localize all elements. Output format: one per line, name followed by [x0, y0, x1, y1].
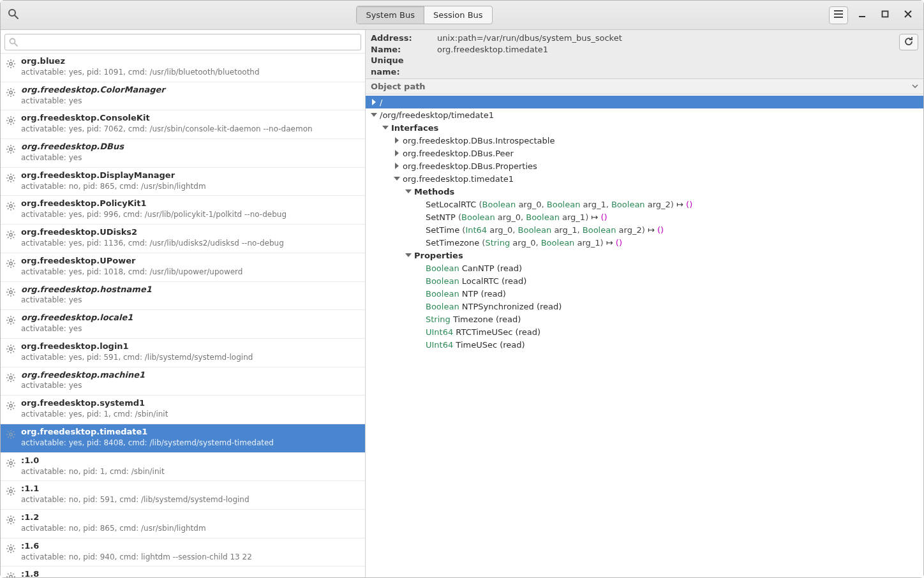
gear-icon — [6, 458, 16, 477]
minimize-button[interactable] — [853, 6, 871, 24]
refresh-button[interactable] — [899, 34, 918, 50]
svg-line-22 — [13, 89, 14, 91]
system-bus-tab[interactable]: System Bus — [357, 6, 424, 24]
bus-name-item[interactable]: org.freedesktop.ConsoleKitactivatable: y… — [1, 110, 365, 139]
svg-line-85 — [13, 289, 14, 290]
svg-line-139 — [13, 460, 14, 461]
bus-name-label: org.bluez — [21, 56, 360, 67]
tree-label: /org/freedesktop/timedate1 — [380, 110, 494, 120]
hamburger-menu-button[interactable] — [829, 6, 848, 24]
bus-name-sub: activatable: yes — [21, 323, 360, 334]
chevron-right-icon[interactable] — [394, 149, 401, 157]
svg-point-69 — [10, 262, 12, 265]
bus-name-item[interactable]: org.freedesktop.locale1activatable: yes — [1, 310, 365, 339]
close-button[interactable] — [899, 6, 917, 24]
tree-row[interactable]: Boolean CanNTP (read) — [366, 262, 923, 274]
tree-row[interactable]: org.freedesktop.DBus.Introspectable — [366, 134, 923, 147]
gear-icon — [6, 515, 16, 534]
bus-name-item[interactable]: org.bluezactivatable: yes, pid: 1091, cm… — [1, 54, 365, 82]
bus-name-label: org.freedesktop.hostname1 — [21, 285, 360, 295]
tree-row[interactable]: Boolean NTPSynchronized (read) — [366, 300, 923, 313]
bus-name-item[interactable]: org.freedesktop.systemd1activatable: yes… — [1, 396, 365, 424]
tree-row[interactable]: org.freedesktop.DBus.Properties — [366, 159, 923, 172]
tree-row[interactable]: UInt64 RTCTimeUSec (read) — [366, 325, 923, 338]
bus-name-item[interactable]: org.freedesktop.ColorManageractivatable:… — [1, 82, 365, 111]
maximize-button[interactable] — [876, 6, 894, 24]
maximize-icon — [881, 10, 889, 20]
tree-row[interactable]: Boolean NTP (read) — [366, 287, 923, 300]
svg-point-150 — [10, 519, 12, 521]
svg-point-6 — [10, 63, 12, 65]
gear-icon — [6, 315, 16, 334]
svg-line-49 — [13, 175, 14, 176]
tree-row[interactable]: Methods — [366, 185, 923, 198]
tree-row[interactable]: Boolean LocalRTC (read) — [366, 274, 923, 287]
gear-icon — [6, 287, 16, 306]
chevron-down-icon[interactable] — [405, 251, 413, 259]
bus-name-sub: activatable: yes, pid: 7062, cmd: /usr/s… — [21, 124, 360, 135]
tree-label: org.freedesktop.timedate1 — [403, 174, 514, 184]
bus-name-item[interactable]: org.freedesktop.hostname1activatable: ye… — [1, 282, 365, 311]
object-tree[interactable]: //org/freedesktop/timedate1Interfacesorg… — [366, 94, 923, 577]
chevron-right-icon[interactable] — [394, 137, 401, 144]
bus-name-item[interactable]: :1.6activatable: no, pid: 940, cmd: ligh… — [1, 538, 365, 567]
object-path-column-header[interactable]: Object path — [366, 79, 923, 94]
tree-row[interactable]: SetLocalRTC (Boolean arg_0, Boolean arg_… — [366, 198, 923, 211]
bus-name-item[interactable]: org.freedesktop.DisplayManageractivatabl… — [1, 168, 365, 196]
bus-name-label: org.freedesktop.timedate1 — [21, 427, 360, 438]
tree-row[interactable]: Interfaces — [366, 121, 923, 134]
svg-line-14 — [8, 66, 9, 67]
tree-row[interactable]: /org/freedesktop/timedate1 — [366, 108, 923, 121]
address-label: Address: — [371, 33, 432, 44]
svg-line-31 — [13, 117, 14, 119]
bus-name-item[interactable]: org.freedesktop.DBusactivatable: yes — [1, 139, 365, 168]
search-input[interactable] — [4, 34, 361, 50]
svg-point-24 — [10, 119, 12, 122]
svg-point-105 — [10, 376, 12, 378]
bus-name-item[interactable]: :1.2activatable: no, pid: 865, cmd: /usr… — [1, 510, 365, 538]
svg-line-164 — [8, 545, 9, 547]
chevron-down-icon[interactable] — [394, 175, 401, 182]
bus-name-item[interactable]: org.freedesktop.UDisks2activatable: yes,… — [1, 225, 365, 253]
bus-name-list[interactable]: org.bluezactivatable: yes, pid: 1091, cm… — [1, 54, 365, 577]
svg-line-58 — [13, 203, 14, 204]
bus-name-label: org.freedesktop.UPower — [21, 256, 360, 267]
bus-name-item[interactable]: org.freedesktop.timedate1activatable: ye… — [1, 424, 365, 453]
tree-row[interactable]: SetTimezone (String arg_0, Boolean arg_1… — [366, 236, 923, 249]
bus-name-item[interactable]: org.freedesktop.PolicyKit1activatable: y… — [1, 196, 365, 225]
tree-row[interactable]: UInt64 TimeUSec (read) — [366, 338, 923, 351]
chevron-down-icon[interactable] — [382, 124, 390, 131]
tree-row[interactable]: org.freedesktop.timedate1 — [366, 172, 923, 185]
bus-name-item[interactable]: org.freedesktop.UPoweractivatable: yes, … — [1, 253, 365, 282]
chevron-right-icon[interactable] — [394, 162, 401, 170]
tree-row[interactable]: org.freedesktop.DBus.Peer — [366, 147, 923, 159]
svg-line-40 — [13, 146, 14, 147]
bus-name-item[interactable]: :1.0activatable: no, pid: 1, cmd: /sbin/… — [1, 453, 365, 482]
svg-line-59 — [8, 209, 9, 210]
gear-icon — [6, 173, 16, 192]
svg-line-158 — [8, 522, 9, 523]
bus-name-item[interactable]: :1.8activatable: no, pid: 940, cmd: ligh… — [1, 567, 365, 577]
chevron-down-icon[interactable] — [371, 111, 378, 119]
svg-line-47 — [8, 175, 9, 176]
tree-row[interactable]: SetNTP (Boolean arg_0, Boolean arg_1) ↦ … — [366, 211, 923, 223]
tree-label: Properties — [414, 251, 463, 260]
svg-point-4 — [10, 39, 15, 44]
svg-line-75 — [13, 265, 14, 267]
tree-row[interactable]: String Timezone (read) — [366, 313, 923, 325]
bus-name-item[interactable]: org.freedesktop.login1activatable: yes, … — [1, 339, 365, 367]
chevron-down-icon[interactable] — [405, 188, 413, 195]
bus-name-item[interactable]: :1.1activatable: no, pid: 591, cmd: /lib… — [1, 481, 365, 510]
bus-name-item[interactable]: org.freedesktop.machine1activatable: yes — [1, 367, 365, 396]
tree-row[interactable]: Properties — [366, 249, 923, 262]
tree-label: SetTimezone (String arg_0, Boolean arg_1… — [426, 238, 622, 248]
tree-label: org.freedesktop.DBus.Properties — [403, 161, 537, 171]
session-bus-tab[interactable]: Session Bus — [424, 6, 492, 24]
svg-line-48 — [13, 180, 14, 181]
tree-row[interactable]: SetTime (Int64 arg_0, Boolean arg_1, Boo… — [366, 223, 923, 236]
tree-row[interactable]: / — [366, 96, 923, 108]
app-search-icon — [7, 8, 20, 22]
object-path-header-label: Object path — [371, 82, 426, 91]
svg-line-130 — [13, 431, 14, 433]
chevron-right-icon[interactable] — [371, 98, 378, 106]
